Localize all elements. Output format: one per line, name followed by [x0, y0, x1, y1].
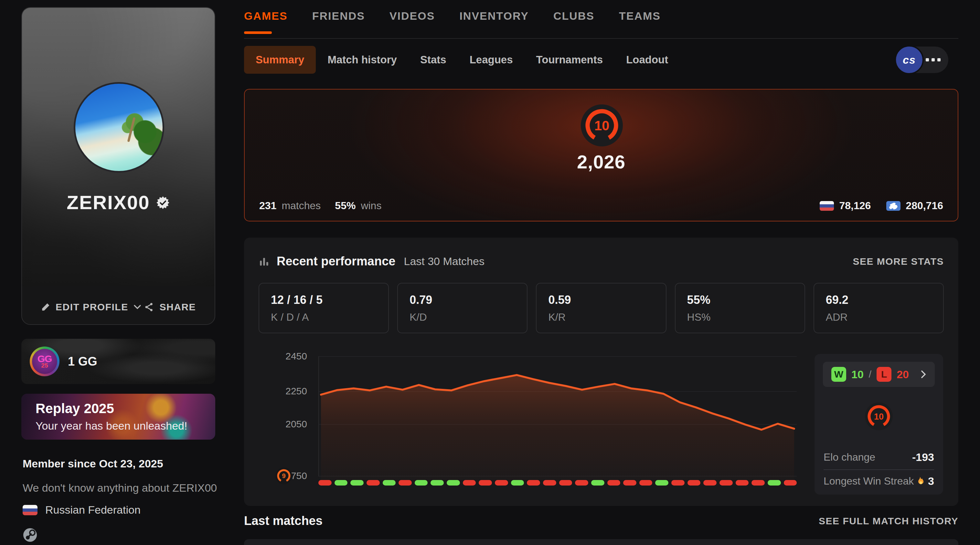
wins-label: wins: [361, 200, 382, 212]
match-result-dash: [431, 480, 444, 486]
subtab-tournaments[interactable]: Tournaments: [525, 46, 615, 74]
stat-label: HS%: [687, 311, 793, 323]
match-results-strip[interactable]: [318, 480, 797, 486]
nav-divider: [244, 38, 958, 39]
win-streak-label: Longest Win Streak: [824, 475, 914, 487]
match-result-dash: [687, 480, 701, 486]
recent-performance-subtitle: Last 30 Matches: [404, 255, 484, 268]
subtab-leagues[interactable]: Leagues: [458, 46, 525, 74]
elo-value: 2,026: [245, 151, 958, 173]
cs2-logo-text: cs: [903, 54, 916, 66]
game-selector: cs: [895, 45, 948, 74]
stat-label: K / D / A: [271, 311, 377, 323]
match-result-dash: [511, 480, 524, 486]
match-result-dash: [751, 480, 765, 486]
win-loss-summary-button[interactable]: W 10 / L 20: [823, 362, 935, 387]
flame-icon: [916, 476, 924, 486]
share-label: SHARE: [159, 301, 196, 312]
y-tick: 2450: [259, 351, 307, 362]
wins-value: 55%: [335, 200, 356, 212]
match-result-dash: [623, 480, 636, 486]
stat-card-hs: 55% HS%: [675, 283, 805, 333]
tab-inventory[interactable]: INVENTORY: [459, 10, 528, 34]
steam-icon[interactable]: [22, 527, 38, 542]
match-result-dash: [334, 480, 348, 486]
cs2-game-icon[interactable]: cs: [895, 45, 924, 74]
edit-profile-button[interactable]: EDIT PROFILE: [41, 301, 141, 312]
match-result-dash: [463, 480, 476, 486]
match-result-dash: [318, 480, 332, 486]
axis-badge-level: 9: [282, 472, 285, 480]
about-text: We don't know anything about ZERIX00: [22, 482, 217, 494]
stat-value: 0.59: [548, 293, 654, 307]
member-since-text: Member since Oct 23, 2025: [22, 457, 163, 470]
level-9-axis-badge: 9: [275, 467, 292, 484]
game-sub-nav: Summary Match history Stats Leagues Tour…: [244, 46, 680, 74]
win-loss-panel: W 10 / L 20 10 Elo change -193 Longest W…: [815, 354, 943, 495]
match-result-dash: [543, 480, 556, 486]
gg-count-card[interactable]: GG 25 1 GG: [21, 339, 215, 384]
match-result-dash: [784, 480, 797, 486]
match-result-dash: [655, 480, 668, 486]
y-tick: 2250: [259, 386, 307, 397]
country-rank[interactable]: 78,126: [820, 200, 871, 212]
separator: /: [869, 369, 872, 380]
match-result-dash: [607, 480, 620, 486]
gg-badge-icon: GG 25: [30, 347, 59, 376]
country-rank-value: 78,126: [839, 200, 871, 212]
see-more-stats-link[interactable]: SEE MORE STATS: [853, 256, 944, 267]
profile-cover-image: ZERIX00: [22, 8, 215, 287]
last-matches-header: Last matches SEE FULL MATCH HISTORY: [244, 514, 958, 528]
see-full-match-history-link[interactable]: SEE FULL MATCH HISTORY: [819, 516, 958, 527]
country-row: Russian Federation: [22, 504, 141, 516]
edit-profile-label: EDIT PROFILE: [56, 301, 128, 312]
match-result-dash: [479, 480, 492, 486]
subtab-loadout[interactable]: Loadout: [614, 46, 680, 74]
profile-card: ZERIX00 EDIT PROFILE: [21, 7, 215, 325]
loss-badge: L: [877, 367, 891, 382]
matches-value: 231: [259, 200, 276, 212]
stat-value: 55%: [687, 293, 793, 307]
match-result-dash: [736, 480, 749, 486]
chevron-down-icon: [134, 304, 141, 310]
tab-friends[interactable]: FRIENDS: [312, 10, 365, 34]
skill-level-badge: 10: [581, 104, 623, 147]
elo-change-row: Elo change -193: [824, 451, 934, 464]
y-tick: 2050: [259, 419, 307, 430]
region-rank[interactable]: 280,716: [886, 200, 943, 212]
share-button[interactable]: SHARE: [144, 301, 196, 312]
match-result-dash: [768, 480, 781, 486]
wins-stat: 55% wins: [335, 200, 382, 212]
tab-videos[interactable]: VIDEOS: [390, 10, 435, 34]
stat-card-adr: 69.2 ADR: [813, 283, 944, 333]
match-result-dash: [447, 480, 460, 486]
gg-badge-text: GG: [38, 355, 52, 363]
match-result-dash: [703, 480, 717, 486]
tab-games[interactable]: GAMES: [244, 10, 288, 34]
skill-level-number: 10: [594, 118, 609, 133]
elo-banner: 10 2,026 231 matches 55% wins 78,126: [244, 89, 958, 222]
avatar[interactable]: [74, 82, 164, 173]
matches-stat: 231 matches: [259, 200, 321, 212]
subtab-match-history[interactable]: Match history: [316, 46, 409, 74]
subtab-stats[interactable]: Stats: [409, 46, 458, 74]
last-matches-title: Last matches: [244, 514, 323, 528]
tab-teams[interactable]: TEAMS: [619, 10, 661, 34]
losses-count: 20: [897, 368, 909, 381]
panel-divider: [824, 469, 934, 470]
stat-card-kda: 12 / 16 / 5 K / D / A: [259, 283, 389, 333]
country-name: Russian Federation: [45, 504, 141, 516]
match-result-dash: [559, 480, 573, 486]
chevron-right-icon: [921, 370, 926, 379]
replay-2025-banner[interactable]: Replay 2025 Your year has been unleashed…: [21, 394, 215, 440]
russia-flag-icon: [22, 505, 38, 515]
subtab-summary[interactable]: Summary: [244, 46, 316, 74]
match-result-dash: [719, 480, 733, 486]
win-streak-value: 3: [928, 475, 934, 488]
stat-value: 12 / 16 / 5: [271, 293, 377, 307]
tab-clubs[interactable]: CLUBS: [554, 10, 594, 34]
gg-count-label: 1 GG: [68, 355, 97, 368]
more-options-icon[interactable]: [926, 45, 940, 74]
match-result-dash: [575, 480, 588, 486]
stat-value: 0.79: [409, 293, 515, 307]
